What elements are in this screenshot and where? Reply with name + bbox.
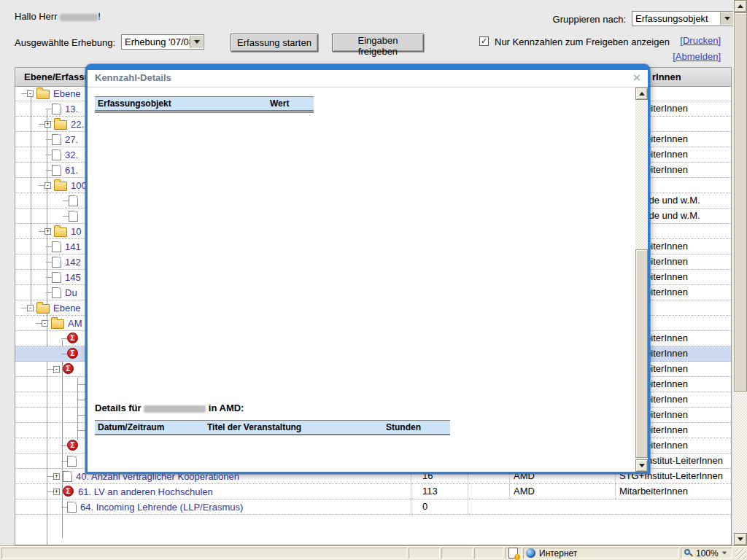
folder-icon bbox=[54, 182, 67, 191]
resize-grip[interactable] bbox=[735, 548, 746, 559]
tree-item-label[interactable]: 61. bbox=[65, 164, 78, 176]
dialog-title: Kennzahl-Details bbox=[88, 70, 648, 88]
tree-item-label[interactable]: Ebene bbox=[53, 88, 81, 100]
column-header-stunden: Stunden bbox=[383, 421, 450, 434]
sigma-icon: Σ bbox=[67, 440, 78, 451]
details-caption: Details für in AMD: bbox=[95, 402, 244, 413]
tree-connector bbox=[46, 155, 52, 155]
tree-item-label[interactable]: 32. bbox=[65, 149, 78, 161]
kennzahl-details-dialog: Kennzahl-Details × Erfassungsobjekt Wert… bbox=[85, 64, 650, 474]
globe-icon bbox=[526, 548, 535, 558]
zoom-icon bbox=[684, 548, 693, 558]
tree-item-label[interactable]: 64. Incoming Lehrende (LLP/Erasmus) bbox=[80, 501, 243, 513]
scroll-up-icon[interactable] bbox=[635, 88, 648, 100]
scroll-down-icon[interactable] bbox=[734, 533, 747, 545]
doc-icon bbox=[67, 456, 77, 467]
folder-icon bbox=[54, 120, 67, 130]
status-pane bbox=[441, 548, 473, 559]
filter-checkbox[interactable]: ✓ bbox=[479, 36, 489, 46]
scroll-down-icon[interactable] bbox=[635, 459, 648, 472]
tree-connector bbox=[61, 446, 67, 446]
sigma-icon: Σ bbox=[67, 348, 78, 359]
plus-expander-icon[interactable]: + bbox=[53, 473, 60, 480]
folder-icon bbox=[51, 319, 64, 329]
plus-expander-icon[interactable]: + bbox=[53, 489, 60, 495]
survey-label: Ausgewählte Erhebung: bbox=[15, 37, 115, 48]
plus-expander-icon[interactable]: + bbox=[44, 228, 51, 235]
tree-item-label[interactable]: 142 bbox=[65, 256, 81, 268]
plus-expander-icon[interactable]: + bbox=[44, 121, 51, 128]
minus-expander-icon[interactable]: - bbox=[53, 366, 60, 373]
details-prefix: Details für bbox=[95, 402, 142, 413]
minus-expander-icon[interactable]: - bbox=[27, 305, 34, 311]
close-icon[interactable]: × bbox=[633, 71, 640, 84]
value-cell: 113 bbox=[411, 484, 468, 499]
greeting-suffix: ! bbox=[98, 11, 101, 22]
sigma-icon: Σ bbox=[67, 332, 78, 343]
survey-select[interactable]: Erhebung '07/08' bbox=[121, 34, 204, 50]
doc-icon bbox=[69, 211, 78, 222]
survey-value: Erhebung '07/08' bbox=[125, 36, 196, 47]
scrollbar-thumb[interactable] bbox=[734, 12, 747, 392]
tree-connector bbox=[39, 185, 44, 186]
folder-icon bbox=[54, 228, 67, 237]
page-scrollbar[interactable] bbox=[733, 0, 747, 545]
tree-item-label[interactable]: 61. LV an anderen Hochschulen bbox=[78, 486, 213, 498]
tree-connector bbox=[39, 231, 44, 232]
scrollbar-thumb[interactable] bbox=[635, 249, 648, 458]
tree-item-label[interactable]: 22. bbox=[71, 118, 84, 131]
tree-connector bbox=[63, 201, 69, 201]
group-by-select[interactable]: Erfassungsobjekt bbox=[632, 11, 735, 26]
tree-item-label[interactable]: 10 bbox=[71, 225, 81, 238]
tree-connector bbox=[46, 262, 52, 262]
page-alert-icon bbox=[508, 548, 518, 559]
tree-connector bbox=[46, 109, 52, 109]
minus-expander-icon[interactable]: - bbox=[44, 182, 51, 189]
release-entries-button[interactable]: Eingaben freigeben bbox=[332, 34, 424, 52]
chevron-down-icon[interactable] bbox=[722, 552, 727, 555]
dialog-content: Erfassungsobjekt Wert Details für in AMD… bbox=[88, 88, 648, 472]
status-pane bbox=[474, 548, 503, 559]
column-header-erfassungsobjekt: Erfassungsobjekt bbox=[95, 97, 267, 110]
erfassungsobjekt-table-header: Erfassungsobjekt Wert bbox=[95, 96, 314, 111]
tree-item-label[interactable]: 145 bbox=[65, 271, 81, 284]
group-by-label: Gruppieren nach: bbox=[553, 14, 626, 25]
events-table: Datum/Zeitraum Titel der Veranstaltung S… bbox=[95, 420, 450, 435]
tree-cell: 64. Incoming Lehrende (LLP/Erasmus) bbox=[15, 499, 411, 514]
tree-item-label[interactable]: 27. bbox=[65, 133, 78, 146]
dialog-scrollbar[interactable] bbox=[635, 88, 648, 472]
tree-connector bbox=[46, 139, 52, 140]
tree-connector bbox=[39, 124, 44, 125]
release-check-cell bbox=[468, 484, 509, 499]
status-pane-main bbox=[1, 548, 407, 559]
tree-connector bbox=[36, 323, 42, 324]
tree-item-label[interactable]: Ebene bbox=[53, 302, 81, 314]
print-link[interactable]: [Drucken] bbox=[680, 35, 721, 46]
tree-item-label[interactable]: Du bbox=[65, 287, 77, 299]
events-table-header: Datum/Zeitraum Titel der Veranstaltung S… bbox=[95, 420, 450, 435]
security-zone-label: Интернет bbox=[539, 548, 577, 559]
tree-cell: +Σ61. LV an anderen Hochschulen bbox=[15, 484, 411, 499]
tree-connector bbox=[61, 461, 67, 462]
status-pane-zoom[interactable]: 100% bbox=[681, 548, 732, 559]
minus-expander-icon[interactable]: - bbox=[27, 90, 34, 97]
tree-row[interactable]: +Σ61. LV an anderen Hochschulen113AMDMit… bbox=[15, 484, 731, 499]
doc-icon bbox=[52, 104, 61, 114]
tree-item-label[interactable]: AM bbox=[68, 317, 82, 330]
redacted-username bbox=[60, 14, 98, 21]
start-capture-button[interactable]: Erfassung starten bbox=[231, 34, 318, 52]
chevron-down-icon[interactable] bbox=[720, 12, 733, 25]
doc-icon bbox=[52, 165, 61, 176]
tree-item-label[interactable]: 13. bbox=[65, 103, 78, 115]
tree-row[interactable]: 64. Incoming Lehrende (LLP/Erasmus)0 bbox=[15, 499, 731, 515]
minus-expander-icon[interactable]: - bbox=[42, 320, 48, 327]
filter-checkbox-label[interactable]: Nur Kennzahlen zum Freigeben anzeigen bbox=[495, 36, 670, 47]
doc-icon bbox=[52, 257, 61, 268]
doc-icon bbox=[67, 502, 77, 513]
details-suffix: in AMD: bbox=[209, 402, 244, 413]
tree-item-label[interactable]: 141 bbox=[65, 241, 81, 253]
scroll-up-icon[interactable] bbox=[734, 0, 747, 12]
chevron-down-icon[interactable] bbox=[190, 36, 203, 48]
logout-link[interactable]: [Abmelden] bbox=[673, 51, 721, 62]
tree-connector bbox=[47, 491, 53, 492]
